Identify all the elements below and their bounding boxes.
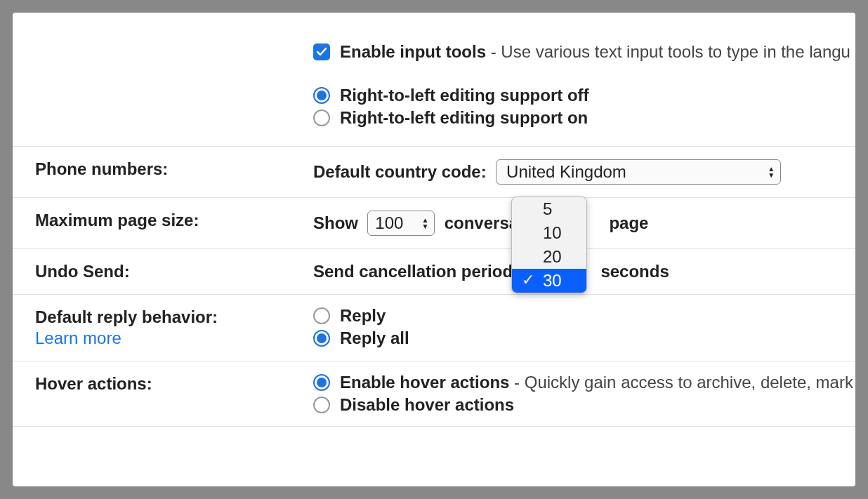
- dropdown-option-20[interactable]: 20: [512, 245, 586, 269]
- phone-numbers-controls: Default country code: United Kingdom ▲▼: [313, 159, 855, 185]
- page-size-select[interactable]: 100 ▲▼: [367, 211, 435, 236]
- country-code-select[interactable]: United Kingdom ▲▼: [496, 159, 781, 185]
- cancellation-prefix: Send cancellation period: [313, 262, 513, 281]
- reply-all-radio[interactable]: [313, 330, 330, 347]
- enable-hover-label: Enable hover actions: [340, 373, 509, 392]
- dropdown-option-5[interactable]: 5: [512, 197, 586, 221]
- reply-all-row: Reply all: [313, 330, 855, 347]
- disable-hover-row: Disable hover actions: [313, 397, 855, 413]
- section-default-reply: Default reply behavior: Learn more Reply…: [13, 295, 855, 361]
- enable-input-tools-desc: - Use various text input tools to type i…: [486, 42, 850, 61]
- disable-hover-label: Disable hover actions: [340, 397, 514, 413]
- phone-numbers-label: Phone numbers:: [35, 159, 313, 185]
- default-reply-controls: Reply Reply all: [313, 307, 855, 348]
- updown-icon: ▲▼: [768, 166, 775, 178]
- conversations-text-part1: conversa: [445, 213, 518, 232]
- enable-hover-radio[interactable]: [313, 374, 330, 391]
- section-phone-numbers: Phone numbers: Default country code: Uni…: [13, 147, 855, 198]
- enable-hover-row: Enable hover actions - Quickly gain acce…: [313, 374, 855, 391]
- reply-row: Reply: [313, 307, 855, 324]
- country-code-value: United Kingdom: [506, 162, 626, 182]
- page-size-value: 100: [375, 213, 403, 233]
- learn-more-link[interactable]: Learn more: [35, 328, 313, 348]
- country-code-prefix: Default country code:: [313, 162, 487, 181]
- reply-label: Reply: [340, 307, 386, 324]
- rtl-on-label: Right-to-left editing support on: [340, 109, 588, 126]
- rtl-on-row: Right-to-left editing support on: [313, 109, 855, 126]
- section-language-tools: Enable input tools - Use various text in…: [13, 29, 855, 147]
- reply-radio[interactable]: [313, 307, 330, 324]
- conversations-text-part2: page: [609, 213, 648, 232]
- section-cutoff: [13, 427, 855, 452]
- disable-hover-radio[interactable]: [313, 397, 330, 413]
- show-prefix: Show: [313, 213, 358, 232]
- enable-input-tools-text: Enable input tools - Use various text in…: [340, 44, 850, 60]
- enable-hover-text: Enable hover actions - Quickly gain acce…: [340, 374, 853, 391]
- undo-send-label: Undo Send:: [35, 262, 313, 281]
- enable-hover-desc: - Quickly gain access to archive, delete…: [509, 373, 853, 392]
- undo-send-dropdown[interactable]: 5 10 20 30: [511, 197, 587, 293]
- reply-all-label: Reply all: [340, 330, 409, 347]
- hover-actions-controls: Enable hover actions - Quickly gain acce…: [313, 374, 855, 413]
- default-reply-left: Default reply behavior: Learn more: [35, 307, 313, 348]
- spacer: [313, 60, 855, 87]
- section-undo-send: Undo Send: Send cancellation period seco…: [13, 249, 855, 295]
- dropdown-option-30[interactable]: 30: [512, 269, 586, 293]
- rtl-on-radio[interactable]: [313, 109, 330, 126]
- enable-input-tools-row: Enable input tools - Use various text in…: [313, 44, 855, 60]
- rtl-off-radio[interactable]: [313, 87, 330, 104]
- dropdown-option-10[interactable]: 10: [512, 221, 586, 245]
- section-hover-actions: Hover actions: Enable hover actions - Qu…: [13, 361, 855, 427]
- empty-label: [35, 44, 313, 126]
- max-page-size-label: Maximum page size:: [35, 211, 313, 236]
- section-max-page-size: Maximum page size: Show 100 ▲▼ conversa …: [13, 198, 855, 249]
- hover-actions-label: Hover actions:: [35, 374, 313, 413]
- updown-icon: ▲▼: [421, 217, 428, 229]
- seconds-suffix: seconds: [600, 262, 669, 281]
- input-tools-controls: Enable input tools - Use various text in…: [313, 44, 855, 126]
- settings-panel: Enable input tools - Use various text in…: [13, 13, 855, 486]
- check-icon: [316, 46, 327, 58]
- default-reply-label: Default reply behavior:: [35, 307, 313, 327]
- enable-input-tools-label: Enable input tools: [340, 42, 486, 61]
- rtl-off-label: Right-to-left editing support off: [340, 87, 589, 104]
- enable-input-tools-checkbox[interactable]: [313, 44, 330, 60]
- rtl-off-row: Right-to-left editing support off: [313, 87, 855, 104]
